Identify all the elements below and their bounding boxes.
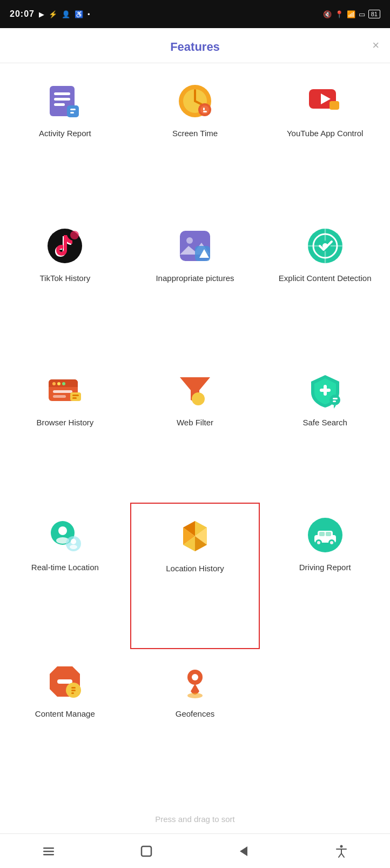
- svg-point-66: [317, 541, 320, 544]
- svg-rect-73: [71, 690, 76, 691]
- safe-search-label: Safe Search: [302, 417, 347, 428]
- svg-rect-5: [70, 109, 76, 110]
- svg-rect-4: [67, 105, 79, 117]
- svg-rect-37: [72, 395, 79, 396]
- driving-report-icon: [306, 516, 345, 555]
- svg-point-32: [57, 382, 60, 385]
- screen-time-icon: [176, 82, 214, 121]
- svg-rect-34: [53, 390, 72, 393]
- svg-rect-80: [43, 854, 54, 856]
- feature-driving-report[interactable]: Driving Report: [260, 503, 390, 650]
- youtube-app-control-icon: [306, 82, 345, 121]
- web-filter-icon: [176, 371, 214, 410]
- svg-point-31: [52, 382, 56, 385]
- svg-point-77: [187, 693, 203, 698]
- feature-geofences[interactable]: Geofences: [130, 649, 260, 794]
- svg-rect-72: [71, 687, 76, 689]
- feature-inappropriate-pictures[interactable]: Inappropriate pictures: [130, 213, 260, 358]
- svg-marker-46: [334, 405, 336, 409]
- svg-rect-78: [43, 847, 54, 849]
- nav-accessibility-button[interactable]: [330, 839, 353, 863]
- svg-point-19: [186, 237, 193, 244]
- activity-report-label: Activity Report: [39, 128, 91, 139]
- svg-point-17: [70, 231, 79, 239]
- nav-home-button[interactable]: [135, 839, 158, 863]
- back-triangle-icon: [237, 844, 251, 858]
- location-history-label: Location History: [166, 563, 224, 574]
- activity-report-icon: [45, 82, 84, 121]
- svg-rect-38: [72, 397, 77, 399]
- feature-youtube-app-control[interactable]: YouTube App Control: [260, 69, 390, 213]
- svg-rect-63: [319, 532, 325, 536]
- svg-rect-11: [203, 108, 205, 110]
- feature-activity-report[interactable]: Activity Report: [0, 69, 130, 213]
- geofences-icon: [176, 662, 214, 701]
- mute-icon: 🔇: [323, 10, 332, 18]
- svg-rect-2: [54, 98, 70, 101]
- feature-safe-search[interactable]: Safe Search: [260, 358, 390, 503]
- youtube-status-icon: ▶: [39, 10, 44, 18]
- feature-web-filter[interactable]: Web Filter: [130, 358, 260, 503]
- feature-content-manage[interactable]: Content Manage: [0, 649, 130, 794]
- battery-outline-icon: ▭: [359, 10, 365, 18]
- location-icon: 📍: [335, 10, 344, 18]
- svg-rect-44: [333, 398, 338, 399]
- inappropriate-pictures-label: Inappropriate pictures: [156, 273, 234, 284]
- svg-rect-1: [54, 92, 70, 95]
- features-grid: Activity Report Screen Time: [0, 63, 390, 805]
- svg-point-33: [62, 382, 65, 385]
- svg-rect-36: [70, 392, 81, 401]
- accessibility-icon: [334, 844, 348, 858]
- svg-rect-35: [53, 395, 66, 398]
- svg-line-86: [339, 853, 341, 857]
- driving-report-label: Driving Report: [299, 562, 351, 573]
- svg-rect-42: [320, 389, 331, 392]
- battery-level: 81: [368, 10, 380, 18]
- explicit-content-detection-icon: [306, 226, 345, 265]
- status-time: 20:07: [10, 9, 35, 19]
- feature-location-history[interactable]: Location History: [130, 503, 260, 650]
- content-manage-icon: [45, 662, 84, 701]
- svg-point-83: [340, 845, 342, 847]
- feature-explicit-content-detection[interactable]: Explicit Content Detection: [260, 213, 390, 358]
- main-content: Features × Activity Report: [0, 28, 390, 833]
- header: Features ×: [0, 28, 390, 63]
- explicit-content-detection-label: Explicit Content Detection: [279, 273, 372, 284]
- svg-rect-81: [142, 846, 151, 856]
- status-right-icons: 🔇 📍 📶 ▭ 81: [323, 10, 380, 18]
- svg-rect-64: [326, 532, 331, 536]
- svg-rect-12: [203, 111, 207, 112]
- geofences-label: Geofences: [176, 709, 215, 719]
- location-history-icon: [176, 517, 214, 556]
- feature-realtime-location[interactable]: Real-time Location: [0, 503, 130, 650]
- nav-back-button[interactable]: [232, 839, 255, 863]
- svg-rect-45: [333, 400, 336, 402]
- feature-tiktok-history[interactable]: TikTok History: [0, 213, 130, 358]
- wifi-icon: 📶: [347, 10, 355, 18]
- feature-browser-history[interactable]: Browser History: [0, 358, 130, 503]
- dot-icon: •: [88, 10, 90, 18]
- svg-point-10: [200, 105, 209, 114]
- nav-menu-button[interactable]: [37, 839, 60, 863]
- inappropriate-pictures-icon: [176, 226, 214, 265]
- svg-line-87: [341, 853, 344, 857]
- status-bar: 20:07 ▶ ⚡ 👤 ♿ • 🔇 📍 📶 ▭ 81: [0, 0, 390, 28]
- content-manage-label: Content Manage: [35, 709, 95, 719]
- svg-rect-15: [330, 101, 339, 110]
- tiktok-history-label: TikTok History: [40, 273, 91, 284]
- person-icon: 👤: [62, 10, 70, 18]
- close-button[interactable]: ×: [372, 39, 379, 51]
- drag-hint: Press and drag to sort: [0, 805, 390, 833]
- svg-rect-70: [57, 679, 72, 684]
- svg-point-52: [70, 545, 77, 549]
- realtime-location-label: Real-time Location: [31, 562, 99, 573]
- svg-point-76: [192, 674, 198, 680]
- nav-bar: [0, 833, 390, 868]
- feature-screen-time[interactable]: Screen Time: [130, 69, 260, 213]
- tiktok-history-icon: [45, 226, 84, 265]
- svg-rect-6: [70, 112, 74, 113]
- svg-point-51: [71, 539, 76, 544]
- browser-history-icon: [45, 371, 84, 410]
- realtime-location-icon: [45, 516, 84, 555]
- menu-icon: [42, 844, 56, 858]
